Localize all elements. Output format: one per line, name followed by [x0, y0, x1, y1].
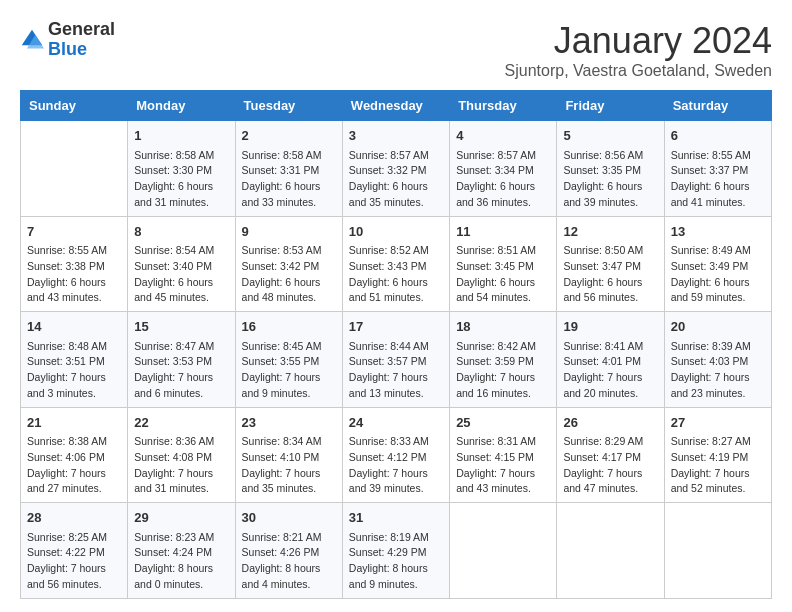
column-header-friday: Friday [557, 91, 664, 121]
day-info: Sunrise: 8:36 AMSunset: 4:08 PMDaylight:… [134, 434, 228, 497]
column-header-tuesday: Tuesday [235, 91, 342, 121]
calendar-cell: 11Sunrise: 8:51 AMSunset: 3:45 PMDayligh… [450, 216, 557, 312]
day-number: 12 [563, 222, 657, 242]
calendar-cell: 10Sunrise: 8:52 AMSunset: 3:43 PMDayligh… [342, 216, 449, 312]
column-header-monday: Monday [128, 91, 235, 121]
day-info: Sunrise: 8:50 AMSunset: 3:47 PMDaylight:… [563, 243, 657, 306]
calendar-cell: 18Sunrise: 8:42 AMSunset: 3:59 PMDayligh… [450, 312, 557, 408]
calendar-cell: 27Sunrise: 8:27 AMSunset: 4:19 PMDayligh… [664, 407, 771, 503]
day-number: 22 [134, 413, 228, 433]
day-info: Sunrise: 8:21 AMSunset: 4:26 PMDaylight:… [242, 530, 336, 593]
calendar-cell [21, 121, 128, 217]
day-number: 1 [134, 126, 228, 146]
calendar-cell: 6Sunrise: 8:55 AMSunset: 3:37 PMDaylight… [664, 121, 771, 217]
calendar-cell: 14Sunrise: 8:48 AMSunset: 3:51 PMDayligh… [21, 312, 128, 408]
day-number: 8 [134, 222, 228, 242]
calendar-cell: 12Sunrise: 8:50 AMSunset: 3:47 PMDayligh… [557, 216, 664, 312]
calendar-cell: 26Sunrise: 8:29 AMSunset: 4:17 PMDayligh… [557, 407, 664, 503]
day-info: Sunrise: 8:47 AMSunset: 3:53 PMDaylight:… [134, 339, 228, 402]
calendar-cell: 1Sunrise: 8:58 AMSunset: 3:30 PMDaylight… [128, 121, 235, 217]
day-number: 3 [349, 126, 443, 146]
day-info: Sunrise: 8:39 AMSunset: 4:03 PMDaylight:… [671, 339, 765, 402]
page-header: General Blue January 2024 Sjuntorp, Vaes… [20, 20, 772, 80]
calendar-cell: 19Sunrise: 8:41 AMSunset: 4:01 PMDayligh… [557, 312, 664, 408]
logo: General Blue [20, 20, 115, 60]
calendar-cell: 15Sunrise: 8:47 AMSunset: 3:53 PMDayligh… [128, 312, 235, 408]
title-block: January 2024 Sjuntorp, Vaestra Goetaland… [505, 20, 772, 80]
day-number: 15 [134, 317, 228, 337]
day-number: 28 [27, 508, 121, 528]
calendar-cell: 30Sunrise: 8:21 AMSunset: 4:26 PMDayligh… [235, 503, 342, 599]
day-info: Sunrise: 8:34 AMSunset: 4:10 PMDaylight:… [242, 434, 336, 497]
location-subtitle: Sjuntorp, Vaestra Goetaland, Sweden [505, 62, 772, 80]
week-row-2: 7Sunrise: 8:55 AMSunset: 3:38 PMDaylight… [21, 216, 772, 312]
calendar-cell [557, 503, 664, 599]
day-info: Sunrise: 8:57 AMSunset: 3:34 PMDaylight:… [456, 148, 550, 211]
calendar-table: SundayMondayTuesdayWednesdayThursdayFrid… [20, 90, 772, 599]
calendar-cell: 8Sunrise: 8:54 AMSunset: 3:40 PMDaylight… [128, 216, 235, 312]
column-header-wednesday: Wednesday [342, 91, 449, 121]
calendar-cell: 17Sunrise: 8:44 AMSunset: 3:57 PMDayligh… [342, 312, 449, 408]
day-number: 2 [242, 126, 336, 146]
day-number: 16 [242, 317, 336, 337]
calendar-cell: 23Sunrise: 8:34 AMSunset: 4:10 PMDayligh… [235, 407, 342, 503]
day-info: Sunrise: 8:56 AMSunset: 3:35 PMDaylight:… [563, 148, 657, 211]
header-row: SundayMondayTuesdayWednesdayThursdayFrid… [21, 91, 772, 121]
day-info: Sunrise: 8:31 AMSunset: 4:15 PMDaylight:… [456, 434, 550, 497]
day-info: Sunrise: 8:55 AMSunset: 3:37 PMDaylight:… [671, 148, 765, 211]
day-info: Sunrise: 8:19 AMSunset: 4:29 PMDaylight:… [349, 530, 443, 593]
calendar-cell: 28Sunrise: 8:25 AMSunset: 4:22 PMDayligh… [21, 503, 128, 599]
week-row-3: 14Sunrise: 8:48 AMSunset: 3:51 PMDayligh… [21, 312, 772, 408]
day-number: 25 [456, 413, 550, 433]
day-info: Sunrise: 8:38 AMSunset: 4:06 PMDaylight:… [27, 434, 121, 497]
day-info: Sunrise: 8:25 AMSunset: 4:22 PMDaylight:… [27, 530, 121, 593]
calendar-cell: 24Sunrise: 8:33 AMSunset: 4:12 PMDayligh… [342, 407, 449, 503]
day-info: Sunrise: 8:44 AMSunset: 3:57 PMDaylight:… [349, 339, 443, 402]
day-number: 27 [671, 413, 765, 433]
day-number: 20 [671, 317, 765, 337]
day-info: Sunrise: 8:58 AMSunset: 3:30 PMDaylight:… [134, 148, 228, 211]
day-number: 11 [456, 222, 550, 242]
calendar-cell: 13Sunrise: 8:49 AMSunset: 3:49 PMDayligh… [664, 216, 771, 312]
day-info: Sunrise: 8:33 AMSunset: 4:12 PMDaylight:… [349, 434, 443, 497]
week-row-1: 1Sunrise: 8:58 AMSunset: 3:30 PMDaylight… [21, 121, 772, 217]
calendar-cell: 5Sunrise: 8:56 AMSunset: 3:35 PMDaylight… [557, 121, 664, 217]
calendar-cell: 29Sunrise: 8:23 AMSunset: 4:24 PMDayligh… [128, 503, 235, 599]
day-number: 13 [671, 222, 765, 242]
day-number: 10 [349, 222, 443, 242]
calendar-cell: 4Sunrise: 8:57 AMSunset: 3:34 PMDaylight… [450, 121, 557, 217]
day-number: 9 [242, 222, 336, 242]
day-number: 30 [242, 508, 336, 528]
logo-blue-text: Blue [48, 40, 115, 60]
calendar-cell: 31Sunrise: 8:19 AMSunset: 4:29 PMDayligh… [342, 503, 449, 599]
day-info: Sunrise: 8:51 AMSunset: 3:45 PMDaylight:… [456, 243, 550, 306]
day-info: Sunrise: 8:52 AMSunset: 3:43 PMDaylight:… [349, 243, 443, 306]
calendar-cell: 20Sunrise: 8:39 AMSunset: 4:03 PMDayligh… [664, 312, 771, 408]
day-info: Sunrise: 8:48 AMSunset: 3:51 PMDaylight:… [27, 339, 121, 402]
day-number: 23 [242, 413, 336, 433]
day-number: 14 [27, 317, 121, 337]
logo-general-text: General [48, 20, 115, 40]
day-info: Sunrise: 8:57 AMSunset: 3:32 PMDaylight:… [349, 148, 443, 211]
column-header-saturday: Saturday [664, 91, 771, 121]
calendar-cell: 25Sunrise: 8:31 AMSunset: 4:15 PMDayligh… [450, 407, 557, 503]
day-number: 31 [349, 508, 443, 528]
calendar-cell: 3Sunrise: 8:57 AMSunset: 3:32 PMDaylight… [342, 121, 449, 217]
day-info: Sunrise: 8:27 AMSunset: 4:19 PMDaylight:… [671, 434, 765, 497]
column-header-thursday: Thursday [450, 91, 557, 121]
calendar-cell [664, 503, 771, 599]
month-title: January 2024 [505, 20, 772, 62]
day-info: Sunrise: 8:23 AMSunset: 4:24 PMDaylight:… [134, 530, 228, 593]
day-info: Sunrise: 8:49 AMSunset: 3:49 PMDaylight:… [671, 243, 765, 306]
logo-icon [20, 28, 44, 52]
day-number: 5 [563, 126, 657, 146]
calendar-cell: 21Sunrise: 8:38 AMSunset: 4:06 PMDayligh… [21, 407, 128, 503]
day-number: 19 [563, 317, 657, 337]
day-number: 17 [349, 317, 443, 337]
day-info: Sunrise: 8:55 AMSunset: 3:38 PMDaylight:… [27, 243, 121, 306]
day-info: Sunrise: 8:42 AMSunset: 3:59 PMDaylight:… [456, 339, 550, 402]
week-row-4: 21Sunrise: 8:38 AMSunset: 4:06 PMDayligh… [21, 407, 772, 503]
calendar-cell: 2Sunrise: 8:58 AMSunset: 3:31 PMDaylight… [235, 121, 342, 217]
day-info: Sunrise: 8:53 AMSunset: 3:42 PMDaylight:… [242, 243, 336, 306]
day-info: Sunrise: 8:41 AMSunset: 4:01 PMDaylight:… [563, 339, 657, 402]
